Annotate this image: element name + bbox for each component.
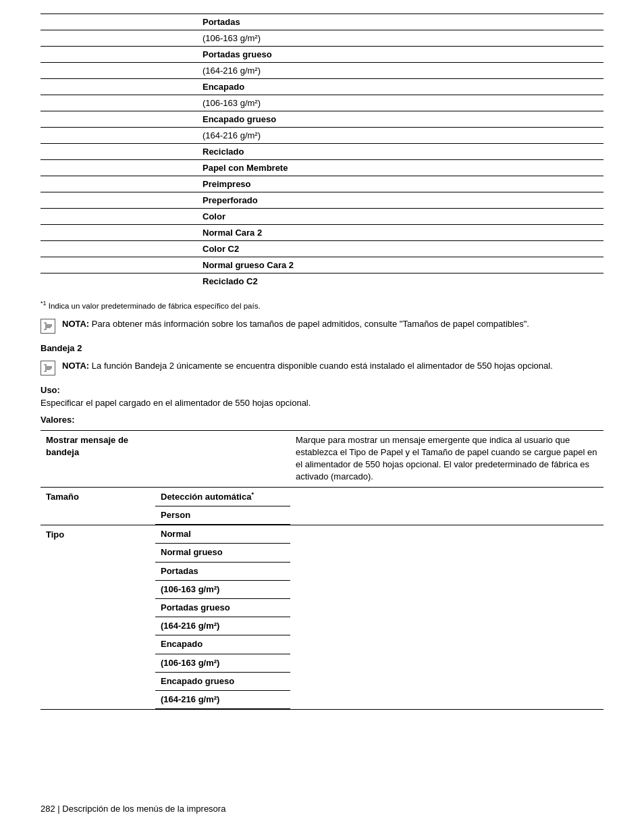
tipo-value: Encapado xyxy=(155,635,290,654)
valores-label: Valores: xyxy=(41,415,603,425)
footer-separator: | xyxy=(57,804,59,814)
top-table-col1: Color C2 xyxy=(41,241,603,257)
top-table-col1: Papel con Membrete xyxy=(41,160,603,176)
top-table-col1: Encapado grueso xyxy=(41,111,603,128)
sub-value: Detección automática* xyxy=(155,488,290,506)
col-label: Tamaño xyxy=(41,487,155,525)
tipo-value: Normal grueso xyxy=(155,544,290,562)
col-sub-values: Detección automática*Person xyxy=(155,487,290,525)
top-table-col1: (106-163 g/m²) xyxy=(41,95,603,111)
footer-description: Descripción de los menús de la impresora xyxy=(62,804,225,814)
main-table: Mostrar mensaje de bandejaMarque para mo… xyxy=(41,430,603,710)
col-value xyxy=(155,430,290,487)
col-label: Tipo xyxy=(41,525,155,710)
tipo-value: Portadas xyxy=(155,562,290,580)
table-row: TamañoDetección automática*Person xyxy=(41,487,603,525)
top-table-col1: Normal Cara 2 xyxy=(41,225,603,241)
note1-label: NOTA: xyxy=(62,319,89,329)
note2-label: NOTA: xyxy=(62,361,89,371)
tipo-value: Normal xyxy=(155,525,290,544)
top-table-col1: Reciclado xyxy=(41,144,603,160)
page-number: 282 xyxy=(41,804,55,814)
tipo-value: (106-163 g/m²) xyxy=(155,654,290,672)
col-desc xyxy=(290,525,603,710)
top-table-col1: Preperforado xyxy=(41,192,603,209)
uso-text: Especificar el papel cargado en el alime… xyxy=(41,398,603,408)
col-label: Mostrar mensaje de bandeja xyxy=(41,430,155,487)
top-table-col1: Preimpreso xyxy=(41,176,603,192)
top-table-col1: Portadas xyxy=(41,14,603,30)
top-table-col1: (164-216 g/m²) xyxy=(41,63,603,79)
top-table-col1: Encapado xyxy=(41,79,603,95)
note2-text: NOTA: La función Bandeja 2 únicamente se… xyxy=(62,360,553,372)
note1-icon xyxy=(41,319,55,334)
uso-label: Uso: xyxy=(41,385,603,395)
table-row: TipoNormalNormal gruesoPortadas(106-163 … xyxy=(41,525,603,710)
top-table-col1: Portadas grueso xyxy=(41,47,603,63)
col-desc: Marque para mostrar un mensaje emergente… xyxy=(290,430,603,487)
tipo-value: Encapado grueso xyxy=(155,672,290,690)
tipo-value: (164-216 g/m²) xyxy=(155,617,290,635)
top-table-col1: (106-163 g/m²) xyxy=(41,30,603,47)
tipo-value: Portadas grueso xyxy=(155,599,290,617)
page-footer: 282 | Descripción de los menús de la imp… xyxy=(41,804,225,814)
tipo-value: (106-163 g/m²) xyxy=(155,580,290,598)
note1-text: NOTA: Para obtener más información sobre… xyxy=(62,318,529,330)
note1-box: NOTA: Para obtener más información sobre… xyxy=(41,318,603,334)
note2-icon xyxy=(41,361,55,375)
top-table-col1: Color xyxy=(41,209,603,225)
top-table-col1: (164-216 g/m²) xyxy=(41,128,603,144)
tipo-value: (164-216 g/m²) xyxy=(155,690,290,708)
footnote: *1 Indica un valor predeterminado de fáb… xyxy=(41,300,603,310)
top-table-col1: Reciclado C2 xyxy=(41,273,603,290)
note2-box: NOTA: La función Bandeja 2 únicamente se… xyxy=(41,360,603,375)
bandeja2-heading: Bandeja 2 xyxy=(41,343,603,353)
top-continuation-table: Portadas(106-163 g/m²)Portadas grueso(16… xyxy=(41,14,603,289)
col-tipo-values: NormalNormal gruesoPortadas(106-163 g/m²… xyxy=(155,525,290,710)
top-table-col1: Normal grueso Cara 2 xyxy=(41,257,603,273)
sub-value: Person xyxy=(155,506,290,525)
col-desc xyxy=(290,487,603,525)
table-row: Mostrar mensaje de bandejaMarque para mo… xyxy=(41,430,603,487)
